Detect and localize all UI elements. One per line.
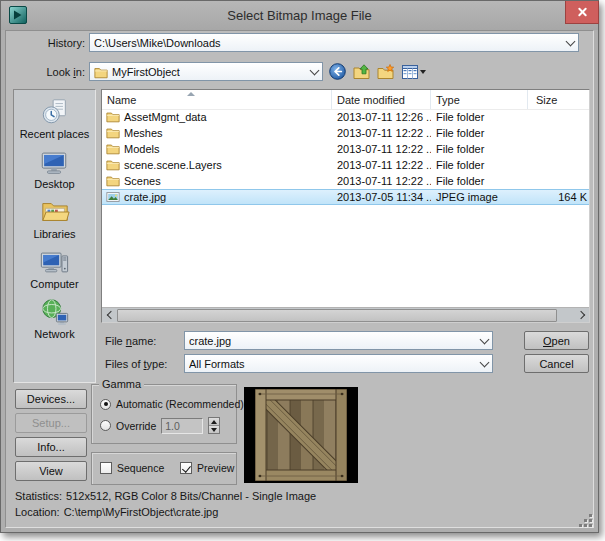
image-preview <box>244 387 358 483</box>
scroll-right-arrow-icon[interactable] <box>574 308 589 322</box>
file-type: File folder <box>431 111 528 123</box>
folder-icon <box>94 66 108 78</box>
column-header-name[interactable]: Name <box>102 90 332 109</box>
look-in-label: Look in: <box>1 66 85 78</box>
file-type: File folder <box>431 127 528 139</box>
table-row[interactable]: crate.jpg2013-07-05 11:34 ...JPEG image1… <box>102 189 589 205</box>
screen: Select Bitmap Image File History: C:\Use… <box>0 0 605 541</box>
scroll-left-arrow-icon[interactable] <box>102 308 117 322</box>
override-spinner[interactable] <box>208 417 220 434</box>
view-menu-icon[interactable] <box>400 62 419 81</box>
chevron-down-icon[interactable] <box>307 63 322 80</box>
file-rows: AssetMgmt_data2013-07-11 12:26 ...File f… <box>102 109 589 307</box>
libraries-icon <box>40 197 70 227</box>
sequence-checkbox[interactable] <box>100 462 112 474</box>
column-header-date-modified[interactable]: Date modified <box>332 90 431 109</box>
file-date-modified: 2013-07-11 12:22 ... <box>332 143 431 155</box>
close-icon <box>577 7 588 18</box>
label-text: ame: <box>132 335 156 347</box>
place-label: Libraries <box>33 228 75 240</box>
preview-label[interactable]: Preview <box>197 462 234 474</box>
places-bar: Recent places Desktop Libraries Computer <box>13 89 96 383</box>
history-combobox[interactable]: C:\Users\Mike\Downloads <box>89 33 579 52</box>
chevron-down-icon[interactable] <box>563 34 578 51</box>
window-title: Select Bitmap Image File <box>1 8 598 23</box>
history-value: C:\Users\Mike\Downloads <box>94 37 221 49</box>
file-date-modified: 2013-07-11 12:22 ... <box>332 175 431 187</box>
place-desktop[interactable]: Desktop <box>34 147 74 190</box>
sequence-label[interactable]: Sequence <box>117 462 164 474</box>
gamma-legend: Gamma <box>99 378 144 390</box>
file-date-modified: 2013-07-05 11:34 ... <box>332 191 431 203</box>
sequence-option: Sequence <box>100 462 164 474</box>
history-label: History: <box>1 37 85 49</box>
back-icon[interactable] <box>328 62 347 81</box>
location-label: Location: <box>15 506 60 518</box>
column-label: Size <box>536 94 557 106</box>
automatic-radio[interactable] <box>100 399 111 410</box>
file-type: JPEG image <box>431 191 528 203</box>
automatic-label[interactable]: Automatic (Recommended) <box>116 398 244 410</box>
gamma-override-option: Override <box>100 417 220 434</box>
override-label[interactable]: Override <box>116 420 156 432</box>
table-row[interactable]: scene.scene.Layers2013-07-11 12:22 ...Fi… <box>102 157 589 173</box>
setup-button[interactable]: Setup... <box>15 413 87 433</box>
button-mnemonic: O <box>543 335 552 347</box>
info-button[interactable]: Info... <box>15 437 87 457</box>
label-text: File <box>105 335 126 347</box>
cancel-button[interactable]: Cancel <box>524 354 589 373</box>
file-name: scene.scene.Layers <box>124 159 222 171</box>
column-header-type[interactable]: Type <box>431 90 528 109</box>
computer-icon <box>39 247 69 277</box>
column-header-size[interactable]: Size <box>528 90 589 109</box>
button-text: pen <box>552 335 570 347</box>
column-label: Type <box>436 94 460 106</box>
resize-grip[interactable] <box>577 512 595 530</box>
place-recent-places[interactable]: Recent places <box>20 97 90 140</box>
list-header: Name Date modified Type Size <box>102 90 589 110</box>
network-icon <box>40 297 70 327</box>
file-name-combobox[interactable]: crate.jpg <box>184 331 493 350</box>
file-type: File folder <box>431 175 528 187</box>
file-type: File folder <box>431 143 528 155</box>
file-date-modified: 2013-07-11 12:22 ... <box>332 127 431 139</box>
spinner-down-icon[interactable] <box>209 426 219 433</box>
preview-checkbox[interactable] <box>180 462 192 474</box>
location-line: Location:C:\temp\MyFirstObject\crate.jpg <box>15 506 218 518</box>
crate-texture-preview <box>255 389 347 481</box>
title-bar[interactable]: Select Bitmap Image File <box>1 1 598 30</box>
files-of-type-combobox[interactable]: All Formats <box>184 354 493 373</box>
chevron-down-icon[interactable] <box>477 332 492 349</box>
place-label: Desktop <box>34 178 74 190</box>
view-button[interactable]: View <box>15 461 87 481</box>
place-computer[interactable]: Computer <box>30 247 78 290</box>
spinner-up-icon[interactable] <box>209 418 219 426</box>
chevron-down-icon[interactable] <box>477 355 492 372</box>
file-type: File folder <box>431 159 528 171</box>
scrollbar-thumb[interactable] <box>117 309 557 322</box>
table-row[interactable]: Scenes2013-07-11 12:22 ...File folder <box>102 173 589 189</box>
override-radio[interactable] <box>100 420 111 431</box>
sort-ascending-icon <box>187 92 195 96</box>
gamma-group: Gamma Automatic (Recommended) Override <box>91 384 237 444</box>
place-libraries[interactable]: Libraries <box>33 197 75 240</box>
devices-button[interactable]: Devices... <box>15 389 87 409</box>
override-value-input[interactable] <box>161 418 203 434</box>
look-in-combobox[interactable]: MyFirstObject <box>89 62 323 81</box>
table-row[interactable]: AssetMgmt_data2013-07-11 12:26 ...File f… <box>102 109 589 125</box>
up-one-level-icon[interactable] <box>352 62 371 81</box>
label-text: Files of <box>105 358 144 370</box>
view-menu-caret-icon[interactable] <box>420 70 426 74</box>
create-new-folder-icon[interactable] <box>376 62 395 81</box>
table-row[interactable]: Meshes2013-07-11 12:22 ...File folder <box>102 125 589 141</box>
place-network[interactable]: Network <box>34 297 74 340</box>
table-row[interactable]: Models2013-07-11 12:22 ...File folder <box>102 141 589 157</box>
open-button[interactable]: Open <box>524 331 589 350</box>
preview-option: Preview <box>180 462 234 474</box>
close-button[interactable] <box>565 1 599 24</box>
options-group: Sequence Preview <box>91 452 237 485</box>
label-text: ype: <box>147 358 168 370</box>
horizontal-scrollbar[interactable] <box>102 307 589 322</box>
file-size: 164 K <box>528 191 589 203</box>
location-value: C:\temp\MyFirstObject\crate.jpg <box>64 506 219 518</box>
